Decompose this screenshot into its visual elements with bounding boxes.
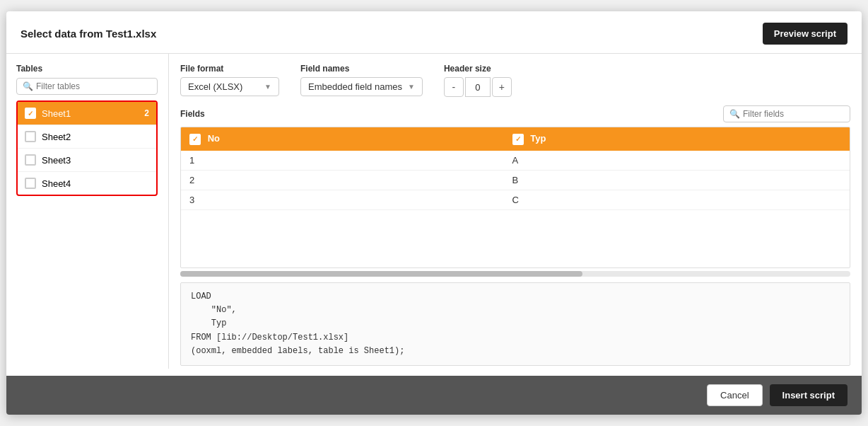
fields-header: Fields 🔍	[180, 105, 850, 122]
col-no-label: No	[208, 133, 220, 144]
table-row: 1 A	[181, 151, 850, 171]
file-format-value: Excel (XLSX)	[188, 81, 242, 92]
fields-search-input[interactable]	[743, 109, 844, 119]
table-item-sheet2[interactable]: Sheet2	[18, 125, 156, 149]
tables-search-input[interactable]	[36, 81, 151, 91]
sheet2-name: Sheet2	[42, 132, 149, 142]
dialog-body: Tables 🔍 Sheet1 2 Sheet2 Sheet3	[6, 54, 862, 369]
fields-table-wrapper: No Typ 1 A	[180, 127, 850, 268]
sheet2-check-icon	[25, 131, 36, 142]
sheet1-check-icon	[25, 108, 36, 119]
col-no-check-icon	[189, 134, 201, 145]
options-row: File format Excel (XLSX) ▼ Field names E…	[180, 64, 850, 97]
col-typ-header[interactable]: Typ	[504, 127, 850, 151]
file-format-label: File format	[180, 64, 279, 74]
col-typ-label: Typ	[530, 133, 546, 144]
sheet4-check-icon	[25, 178, 36, 189]
cancel-button[interactable]: Cancel	[707, 384, 762, 406]
insert-script-button[interactable]: Insert script	[770, 384, 848, 406]
row2-col1: 2	[181, 170, 504, 190]
sheet1-name: Sheet1	[42, 108, 144, 119]
header-size-value: 0	[465, 77, 491, 97]
select-data-dialog: Select data from Test1.xlsx Preview scri…	[6, 11, 862, 415]
row3-col2: C	[504, 190, 850, 209]
dialog-title: Select data from Test1.xlsx	[20, 28, 156, 40]
tables-list: Sheet1 2 Sheet2 Sheet3 Sheet4	[16, 100, 158, 196]
sheet1-count: 2	[144, 108, 149, 118]
horizontal-scrollbar[interactable]	[180, 271, 850, 277]
fields-search-icon: 🔍	[729, 109, 740, 119]
scrollbar-thumb	[180, 271, 582, 277]
field-names-label: Field names	[300, 64, 423, 74]
row1-col2: A	[504, 151, 850, 171]
field-names-value: Embedded field names	[308, 81, 402, 92]
dialog-header: Select data from Test1.xlsx Preview scri…	[6, 11, 862, 54]
row3-col1: 3	[181, 190, 504, 209]
header-size-plus-button[interactable]: +	[492, 77, 512, 97]
preview-script-button[interactable]: Preview script	[763, 23, 848, 45]
col-no-header[interactable]: No	[181, 127, 504, 151]
fields-section: Fields 🔍 No	[180, 105, 850, 369]
row1-col1: 1	[181, 151, 504, 171]
tables-panel: Tables 🔍 Sheet1 2 Sheet2 Sheet3	[6, 54, 169, 369]
field-names-arrow-icon: ▼	[408, 83, 415, 91]
header-size-group: Header size - 0 +	[444, 64, 512, 97]
field-names-select[interactable]: Embedded field names ▼	[300, 77, 423, 96]
fields-table: No Typ 1 A	[181, 127, 850, 210]
fields-label: Fields	[180, 109, 205, 119]
tables-label: Tables	[16, 64, 168, 74]
sheet3-name: Sheet3	[42, 155, 149, 166]
col-typ-check-icon	[512, 134, 524, 145]
table-item-sheet4[interactable]: Sheet4	[18, 172, 156, 195]
table-item-sheet3[interactable]: Sheet3	[18, 149, 156, 172]
header-size-minus-button[interactable]: -	[444, 77, 464, 97]
tables-search-icon: 🔍	[23, 81, 33, 91]
table-row: 2 B	[181, 170, 850, 190]
row2-col2: B	[504, 170, 850, 190]
table-row: 3 C	[181, 190, 850, 209]
header-size-controls: - 0 +	[444, 77, 512, 97]
right-panel: File format Excel (XLSX) ▼ Field names E…	[169, 54, 862, 369]
sheet4-name: Sheet4	[42, 178, 149, 189]
tables-search-box: 🔍	[16, 78, 158, 95]
file-format-select[interactable]: Excel (XLSX) ▼	[180, 77, 279, 96]
field-names-group: Field names Embedded field names ▼	[300, 64, 423, 96]
header-size-label: Header size	[444, 64, 512, 74]
table-item-sheet1[interactable]: Sheet1 2	[18, 102, 156, 125]
file-format-group: File format Excel (XLSX) ▼	[180, 64, 279, 96]
sheet3-check-icon	[25, 154, 36, 166]
script-preview-area: LOAD "No", Typ FROM [lib://Desktop/Test1…	[180, 282, 850, 366]
file-format-arrow-icon: ▼	[264, 83, 271, 91]
fields-search-box: 🔍	[723, 105, 850, 122]
dialog-footer: Cancel Insert script	[6, 376, 862, 415]
